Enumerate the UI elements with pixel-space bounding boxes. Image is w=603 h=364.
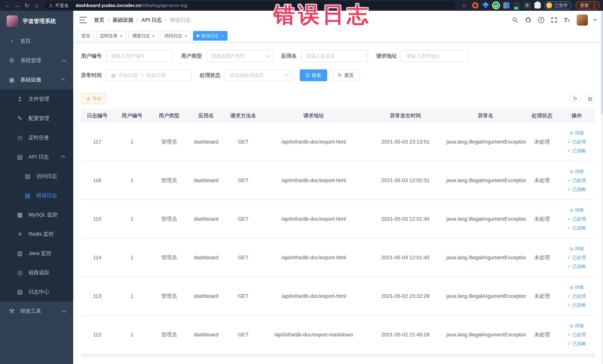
user-avatar[interactable]	[577, 14, 588, 26]
exception-time-daterange-picker[interactable]: ▦开始日期~结束日期	[106, 69, 191, 81]
browser-update-button[interactable]: 更新 ⋮	[576, 1, 600, 10]
tab-access-log[interactable]: 访问日志×	[161, 31, 191, 41]
column-header: 异常名	[445, 112, 526, 119]
tab-scheduled-job[interactable]: 定时任务×	[96, 31, 126, 41]
sidebar-item-config-mgmt[interactable]: ✎配置管理	[0, 109, 73, 128]
extension-orange-ring-icon[interactable]	[472, 2, 478, 9]
app-window: 芋道管理系统 ◔首页⚙系统管理▣基础设施↥文件管理✎配置管理◷定时任务▤API …	[0, 11, 603, 364]
breadcrumb-separator: /	[165, 17, 167, 23]
fullscreen-icon[interactable]	[551, 17, 557, 23]
browser-menu-icon[interactable]: ⋮	[592, 2, 597, 9]
sidebar-item-log-center[interactable]: ▤日志中心	[0, 282, 73, 302]
help-icon[interactable]: ?	[538, 17, 544, 23]
column-settings-button[interactable]: ▤	[585, 94, 595, 104]
page-scrollbar[interactable]	[601, 11, 603, 364]
sidebar-item-infrastructure[interactable]: ▣基础设施	[0, 70, 73, 89]
sidebar-item-scheduled-job[interactable]: ◷定时任务	[0, 128, 73, 147]
table-cell: 1	[114, 255, 151, 260]
tab-error-log[interactable]: 错误日志×	[193, 31, 227, 41]
action-detail-link[interactable]: ◎详细	[570, 284, 583, 290]
close-icon[interactable]: ×	[152, 33, 155, 38]
action-detail-link[interactable]: ◎详细	[570, 246, 583, 252]
sidebar-item-label: API 日志	[29, 153, 49, 160]
table-cell: 117	[81, 139, 114, 145]
tab-home[interactable]: 首页	[78, 31, 94, 41]
search-icon[interactable]	[512, 17, 518, 23]
sidebar-item-api-log[interactable]: ▤API 日志	[0, 147, 73, 166]
sidebar-item-trace[interactable]: ◎链路追踪	[0, 263, 73, 282]
row-actions: ◎详细✓已处理✓已忽略	[558, 130, 595, 154]
avatar-caret-icon[interactable]	[593, 19, 597, 21]
extension-sprout-icon[interactable]	[524, 2, 530, 9]
action-detail-link[interactable]: ◎详细	[570, 169, 583, 175]
back-button[interactable]: ←	[3, 2, 12, 9]
close-icon[interactable]: ×	[120, 33, 123, 38]
app-logo[interactable]: 芋道管理系统	[0, 11, 73, 32]
sidebar-item-dev-tools[interactable]: ⚒研发工具	[0, 302, 73, 321]
font-size-icon[interactable]: TT	[564, 16, 570, 24]
forward-button[interactable]: →	[13, 2, 22, 9]
action-processed-link[interactable]: ✓已处理	[568, 139, 586, 145]
table-cell: GET	[225, 177, 262, 183]
home-button[interactable]: ⌂	[32, 2, 41, 9]
address-bar[interactable]: ⚠ 不安全 dashboard.yudao.iocoder.cn/infra/l…	[45, 1, 456, 9]
action-processed-link[interactable]: ✓已处理	[568, 177, 586, 183]
close-icon[interactable]: ×	[185, 33, 187, 38]
breadcrumb-item[interactable]: API 日志	[141, 16, 162, 23]
profile-emoji-avatar	[546, 2, 552, 8]
user-id-input[interactable]: 请输入用户编号	[106, 50, 173, 62]
extension-grid-icon[interactable]	[503, 2, 510, 9]
sidebar-item-mysql-monitor[interactable]: ▦MySQL 监控	[0, 205, 73, 224]
extension-switch-icon[interactable]: on	[514, 2, 520, 9]
table-cell: dashboard	[188, 293, 225, 299]
action-ignored-link[interactable]: ✓已忽略	[568, 225, 586, 231]
horizontal-scrollbar[interactable]	[81, 354, 595, 357]
url-text: dashboard.yudao.iocoder.cn/infra/log/api…	[75, 3, 187, 8]
action-processed-link[interactable]: ✓已处理	[568, 216, 586, 222]
extension-green-check-icon[interactable]	[493, 2, 499, 9]
extension-blue-gem-icon[interactable]	[483, 2, 489, 9]
eye-icon: ◎	[570, 130, 573, 135]
profile-paused-badge[interactable]: 已暂停	[545, 1, 571, 10]
app-name-input[interactable]: 请输入应用名	[301, 50, 368, 62]
hamburger-icon[interactable]	[80, 17, 87, 23]
breadcrumb-item[interactable]: 基础设施	[113, 16, 133, 23]
search-button[interactable]: 搜索	[300, 69, 327, 81]
sidebar-item-label: 配置管理	[29, 115, 49, 122]
breadcrumb-item[interactable]: 首页	[94, 16, 104, 23]
process-status-select[interactable]: 请选择处理状态	[225, 69, 291, 81]
sidebar-item-access-log[interactable]: ▤访问日志	[0, 166, 73, 186]
action-processed-link[interactable]: ✓已处理	[568, 332, 586, 338]
reload-button[interactable]: ↻	[23, 2, 31, 9]
export-button[interactable]: 导出	[81, 93, 107, 104]
reset-button[interactable]: ↻重置	[332, 69, 360, 81]
action-detail-link[interactable]: ◎详细	[570, 207, 583, 213]
action-processed-link[interactable]: ✓已处理	[568, 255, 586, 260]
action-ignored-link[interactable]: ✓已忽略	[568, 186, 586, 192]
page-scrollbar-thumb[interactable]	[601, 11, 603, 115]
action-processed-link[interactable]: ✓已处理	[568, 293, 586, 299]
chevron-down-icon	[62, 58, 66, 62]
sidebar-item-error-log[interactable]: ▤错误日志	[0, 186, 73, 205]
extensions-puzzle-icon[interactable]	[534, 2, 541, 9]
refresh-table-button[interactable]: ↻	[570, 94, 580, 104]
user-type-select[interactable]: 请选择用户类型	[206, 50, 273, 62]
action-detail-link[interactable]: ◎详细	[570, 323, 583, 329]
sidebar-item-system-mgmt[interactable]: ⚙系统管理	[0, 51, 73, 70]
sidebar-item-file-mgmt[interactable]: ↥文件管理	[0, 89, 73, 109]
sidebar-item-home[interactable]: ◔首页	[0, 32, 73, 51]
tab-label: 定时任务	[100, 33, 118, 39]
bookmark-star-icon[interactable]: ☆	[460, 2, 468, 9]
sidebar-item-redis-monitor[interactable]: ≡Redis 监控	[0, 224, 73, 244]
request-url-input[interactable]: 请输入请求地址	[401, 50, 468, 62]
action-ignored-link[interactable]: ✓已忽略	[568, 148, 586, 154]
table-cell: 未处理	[526, 331, 558, 338]
action-ignored-link[interactable]: ✓已忽略	[568, 302, 586, 308]
action-ignored-link[interactable]: ✓已忽略	[568, 263, 586, 270]
tab-job-log[interactable]: 调度日志×	[128, 31, 159, 41]
close-icon[interactable]: ×	[221, 33, 224, 38]
github-icon[interactable]	[525, 17, 531, 23]
action-detail-link[interactable]: ◎详细	[570, 130, 583, 136]
sidebar-item-java-monitor[interactable]: ▥Java 监控	[0, 244, 73, 263]
action-ignored-link[interactable]: ✓已忽略	[568, 341, 586, 347]
